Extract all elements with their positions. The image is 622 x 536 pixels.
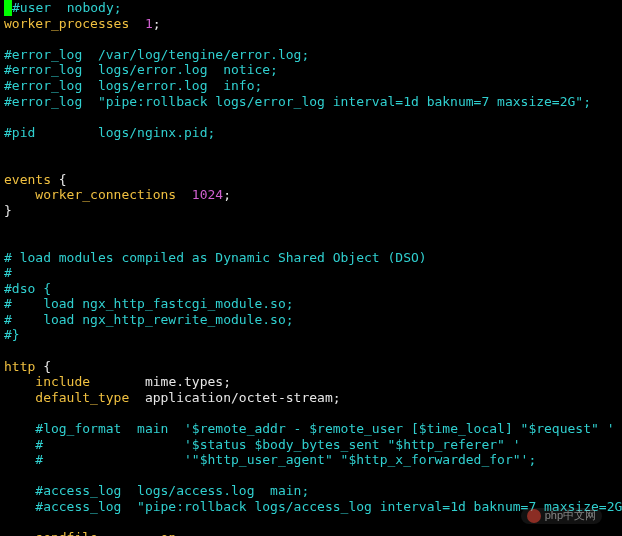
code-line bbox=[0, 156, 622, 172]
code-text bbox=[4, 452, 35, 467]
code-line: #pid logs/nginx.pid; bbox=[0, 125, 622, 141]
code-text: ; bbox=[223, 187, 231, 202]
code-line bbox=[0, 468, 622, 484]
code-line: #access_log logs/access.log main; bbox=[0, 483, 622, 499]
comment-text: #} bbox=[4, 327, 20, 342]
code-line: http { bbox=[0, 359, 622, 375]
code-text: 1024 bbox=[192, 187, 223, 202]
code-text bbox=[4, 374, 35, 389]
code-text: application/octet-stream; bbox=[145, 390, 341, 405]
code-text bbox=[129, 390, 145, 405]
code-line: # '$status $body_bytes_sent "$http_refer… bbox=[0, 437, 622, 453]
php-logo-icon bbox=[527, 509, 541, 523]
code-line: # load modules compiled as Dynamic Share… bbox=[0, 250, 622, 266]
comment-text: #error_log "pipe:rollback logs/error_log… bbox=[4, 94, 591, 109]
code-text bbox=[51, 172, 59, 187]
keyword-text: worker_connections bbox=[35, 187, 176, 202]
code-line: #dso { bbox=[0, 281, 622, 297]
comment-text: #log_format main '$remote_addr - $remote… bbox=[35, 421, 614, 436]
code-text: { bbox=[43, 359, 51, 374]
code-text bbox=[4, 421, 35, 436]
comment-text: # '"$http_user_agent" "$http_x_forwarded… bbox=[35, 452, 536, 467]
code-line: worker_connections 1024; bbox=[0, 187, 622, 203]
code-line: worker_processes 1; bbox=[0, 16, 622, 32]
code-line: #user nobody; bbox=[0, 0, 622, 16]
watermark-text: php中文网 bbox=[545, 509, 596, 522]
code-line bbox=[0, 140, 622, 156]
watermark-badge: php中文网 bbox=[521, 508, 602, 524]
keyword-text: default_type bbox=[35, 390, 129, 405]
code-line: events { bbox=[0, 172, 622, 188]
comment-text: # bbox=[4, 265, 12, 280]
code-text bbox=[176, 187, 192, 202]
code-line: # bbox=[0, 265, 622, 281]
code-text bbox=[98, 530, 161, 536]
comment-text: # load ngx_http_fastcgi_module.so; bbox=[4, 296, 294, 311]
code-text bbox=[4, 530, 35, 536]
code-line: # '"$http_user_agent" "$http_x_forwarded… bbox=[0, 452, 622, 468]
code-text bbox=[35, 359, 43, 374]
text-cursor bbox=[4, 0, 12, 16]
code-line: include mime.types; bbox=[0, 374, 622, 390]
code-text: ; bbox=[176, 530, 184, 536]
code-line: # load ngx_http_fastcgi_module.so; bbox=[0, 296, 622, 312]
code-text bbox=[129, 16, 145, 31]
code-line: #error_log /var/log/tengine/error.log; bbox=[0, 47, 622, 63]
code-text bbox=[4, 390, 35, 405]
keyword-text: events bbox=[4, 172, 51, 187]
comment-text: #dso { bbox=[4, 281, 51, 296]
code-line bbox=[0, 405, 622, 421]
code-text: ; bbox=[153, 16, 161, 31]
code-text bbox=[4, 437, 35, 452]
keyword-text: worker_processes bbox=[4, 16, 129, 31]
code-line: sendfile on; bbox=[0, 530, 622, 536]
code-text bbox=[4, 187, 35, 202]
code-line: default_type application/octet-stream; bbox=[0, 390, 622, 406]
comment-text: # '$status $body_bytes_sent "$http_refer… bbox=[35, 437, 520, 452]
keyword-text: on bbox=[161, 530, 177, 536]
comment-text: #error_log /var/log/tengine/error.log; bbox=[4, 47, 309, 62]
code-line bbox=[0, 234, 622, 250]
code-line: #log_format main '$remote_addr - $remote… bbox=[0, 421, 622, 437]
code-text: } bbox=[4, 203, 12, 218]
comment-text: # load modules compiled as Dynamic Share… bbox=[4, 250, 427, 265]
code-line bbox=[0, 109, 622, 125]
comment-text: # load ngx_http_rewrite_module.so; bbox=[4, 312, 294, 327]
code-text bbox=[4, 499, 35, 514]
code-text bbox=[4, 483, 35, 498]
code-line: #error_log logs/error.log info; bbox=[0, 78, 622, 94]
code-text: 1 bbox=[145, 16, 153, 31]
code-line bbox=[0, 31, 622, 47]
keyword-text: http bbox=[4, 359, 35, 374]
code-text: mime.types; bbox=[145, 374, 231, 389]
code-line: #error_log "pipe:rollback logs/error_log… bbox=[0, 94, 622, 110]
code-line: } bbox=[0, 203, 622, 219]
keyword-text: include bbox=[35, 374, 90, 389]
code-line bbox=[0, 343, 622, 359]
comment-text: #pid logs/nginx.pid; bbox=[4, 125, 215, 140]
code-line: #} bbox=[0, 327, 622, 343]
comment-text: #user nobody; bbox=[12, 0, 122, 15]
code-line bbox=[0, 218, 622, 234]
code-line: # load ngx_http_rewrite_module.so; bbox=[0, 312, 622, 328]
code-text bbox=[90, 374, 145, 389]
comment-text: #error_log logs/error.log info; bbox=[4, 78, 262, 93]
code-text: { bbox=[59, 172, 67, 187]
keyword-text: sendfile bbox=[35, 530, 98, 536]
comment-text: #error_log logs/error.log notice; bbox=[4, 62, 278, 77]
comment-text: #access_log logs/access.log main; bbox=[35, 483, 309, 498]
terminal-editor[interactable]: #user nobody;worker_processes 1; #error_… bbox=[0, 0, 622, 536]
code-line: #error_log logs/error.log notice; bbox=[0, 62, 622, 78]
